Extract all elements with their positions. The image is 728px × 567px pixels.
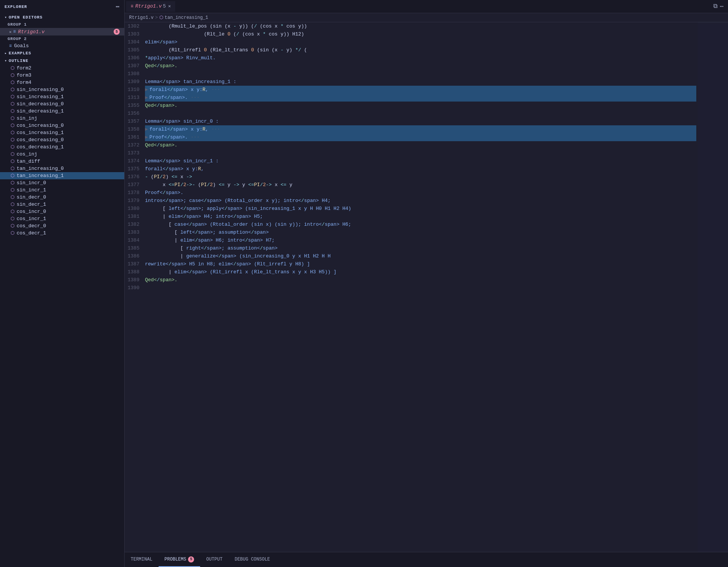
breadcrumb-symbol[interactable]: tan_increasing_1 bbox=[165, 15, 208, 20]
code-line-1307: Qed</span>. bbox=[145, 62, 696, 70]
bottom-tab-debug-console[interactable]: DEBUG CONSOLE bbox=[228, 552, 276, 567]
outline-item-cos_decreasing_1[interactable]: ⬡cos_decreasing_1 bbox=[0, 143, 124, 151]
code-line-1389: Qed</span>. bbox=[145, 276, 696, 284]
file-icon: ≡ bbox=[13, 29, 16, 34]
goals-icon: ≡ bbox=[9, 43, 12, 49]
code-line-1386: | generalize</span> (sin_increasing_0 y … bbox=[145, 252, 696, 260]
tab-rtrigo1[interactable]: ≡ Rtrigo1.v 5 ✕ bbox=[126, 1, 175, 12]
line-number-1358: 1358 bbox=[128, 125, 140, 133]
line-number-1379: 1379 bbox=[128, 197, 140, 205]
outline-item-sin_incr_0[interactable]: ⬡sin_incr_0 bbox=[0, 179, 124, 186]
section-examples[interactable]: ▸ EXAMPLES bbox=[0, 49, 124, 57]
outline-item-sin_decr_0[interactable]: ⬡sin_decr_0 bbox=[0, 194, 124, 201]
line-number-1310: 1310 bbox=[128, 86, 140, 94]
line-numbers: 1302130313041305130613071308130913101313… bbox=[125, 22, 143, 552]
bottom-tab-terminal[interactable]: TERMINAL bbox=[125, 552, 159, 567]
line-number-1383: 1383 bbox=[128, 228, 140, 236]
outline-item-sin_decreasing_0[interactable]: ⬡sin_decreasing_0 bbox=[0, 100, 124, 108]
breadcrumb: Rtrigo1.v > ⬡ tan_increasing_1 bbox=[125, 13, 728, 22]
outline-item-cos_incr_0[interactable]: ⬡cos_incr_0 bbox=[0, 208, 124, 215]
cube-icon: ⬡ bbox=[11, 223, 14, 229]
code-line-1375: forall</span> x y:R, bbox=[145, 165, 696, 173]
outline-item-sin_incr_1[interactable]: ⬡sin_incr_1 bbox=[0, 186, 124, 194]
outline-item-cos_decr_1[interactable]: ⬡cos_decr_1 bbox=[0, 230, 124, 237]
cube-icon: ⬡ bbox=[11, 144, 14, 150]
sidebar-header-icons[interactable]: ⋯ bbox=[116, 3, 120, 11]
cube-icon: ⬡ bbox=[11, 180, 14, 186]
line-number-1361: 1361 bbox=[128, 133, 140, 141]
tab-close-icon[interactable]: ✕ bbox=[168, 3, 171, 9]
line-number-1386: 1386 bbox=[128, 252, 140, 260]
line-number-1388: 1388 bbox=[128, 268, 140, 276]
outline-item-tan_diff[interactable]: ⬡tan_diff bbox=[0, 158, 124, 165]
more-icon[interactable]: ⋯ bbox=[116, 3, 120, 11]
cube-icon: ⬡ bbox=[11, 159, 14, 164]
section-open-editors[interactable]: ▾ OPEN EDITORS bbox=[0, 14, 124, 21]
outline-item-sin_increasing_1[interactable]: ⬡sin_increasing_1 bbox=[0, 93, 124, 100]
cube-icon: ⬡ bbox=[11, 216, 14, 222]
section-outline[interactable]: ▾ OUTLINE bbox=[0, 57, 124, 65]
line-number-1384: 1384 bbox=[128, 236, 140, 244]
line-number-1385: 1385 bbox=[128, 244, 140, 252]
line-number-1307: 1307 bbox=[128, 62, 140, 70]
line-number-1303: 1303 bbox=[128, 30, 140, 38]
cube-icon: ⬡ bbox=[11, 130, 14, 136]
outline-item-cos_increasing_1[interactable]: ⬡cos_increasing_1 bbox=[0, 129, 124, 136]
code-line-1302: (Rmult_le_pos (sin (x - y)) (/ (cos x * … bbox=[145, 22, 696, 30]
bottom-tabs: TERMINALPROBLEMS5OUTPUTDEBUG CONSOLE bbox=[125, 552, 276, 567]
outline-item-sin_inj[interactable]: ⬡sin_inj bbox=[0, 115, 124, 122]
close-icon[interactable]: ✕ bbox=[9, 29, 12, 34]
group1-header: GROUP 1 bbox=[0, 21, 124, 28]
fold-arrow-icon[interactable]: ▶ bbox=[145, 94, 148, 102]
line-number-1313: 1313 bbox=[128, 94, 140, 102]
outline-item-sin_decr_1[interactable]: ⬡sin_decr_1 bbox=[0, 201, 124, 208]
outline-item-cos_decreasing_0[interactable]: ⬡cos_decreasing_0 bbox=[0, 136, 124, 143]
breadcrumb-sep1: > bbox=[155, 15, 158, 20]
outline-item-tan_increasing_1[interactable]: ⬡tan_increasing_1 bbox=[0, 172, 124, 179]
file-item-rtrigo1[interactable]: ✕ ≡ Rtrigo1.v 5 bbox=[0, 28, 124, 35]
minimap bbox=[698, 22, 728, 552]
outline-item-cos_decr_0[interactable]: ⬡cos_decr_0 bbox=[0, 222, 124, 230]
fold-arrow-icon[interactable]: ▶ bbox=[145, 125, 148, 133]
bottom-tab-problems[interactable]: PROBLEMS5 bbox=[159, 552, 201, 567]
line-number-1309: 1309 bbox=[128, 78, 140, 86]
line-number-1302: 1302 bbox=[128, 22, 140, 30]
bottom-panel: TERMINALPROBLEMS5OUTPUTDEBUG CONSOLE bbox=[125, 552, 728, 567]
tab-file-icon: ≡ bbox=[131, 4, 133, 9]
cube-icon: ⬡ bbox=[11, 137, 14, 143]
editor-scroll[interactable]: 1302130313041305130613071308130913101313… bbox=[125, 22, 698, 552]
split-editor-icon[interactable]: ⧉ bbox=[713, 3, 717, 10]
outline-item-form4[interactable]: ⬡form4 bbox=[0, 79, 124, 86]
outline-item-sin_decreasing_1[interactable]: ⬡sin_decreasing_1 bbox=[0, 108, 124, 115]
outline-item-cos_incr_1[interactable]: ⬡cos_incr_1 bbox=[0, 215, 124, 222]
code-line-1382: [ case</span> (Rtotal_order (sin x) (sin… bbox=[145, 220, 696, 228]
code-line-1313: ▶ Proof</span>. ··· bbox=[145, 94, 696, 102]
tab-title: Rtrigo1.v bbox=[135, 3, 162, 9]
cube-icon: ⬡ bbox=[11, 116, 14, 121]
bottom-tab-output[interactable]: OUTPUT bbox=[200, 552, 228, 567]
goals-name: Goals bbox=[14, 43, 29, 49]
cube-icon: ⬡ bbox=[11, 80, 14, 85]
line-number-1356: 1356 bbox=[128, 109, 140, 117]
outline-item-cos_increasing_0[interactable]: ⬡cos_increasing_0 bbox=[0, 122, 124, 129]
fold-arrow-icon[interactable]: ▶ bbox=[145, 133, 148, 141]
outline-item-sin_increasing_0[interactable]: ⬡sin_increasing_0 bbox=[0, 86, 124, 93]
main-editor: ≡ Rtrigo1.v 5 ✕ ⧉ ⋯ Rtrigo1.v > ⬡ tan_in… bbox=[125, 0, 728, 567]
line-number-1381: 1381 bbox=[128, 213, 140, 220]
code-line-1384: | elim</span> H6; intro</span> H7; bbox=[145, 236, 696, 244]
sidebar: EXPLORER ⋯ ▾ OPEN EDITORS GROUP 1 ✕ ≡ Rt… bbox=[0, 0, 125, 567]
outline-item-tan_increasing_0[interactable]: ⬡tan_increasing_0 bbox=[0, 165, 124, 172]
cube-icon: ⬡ bbox=[11, 194, 14, 200]
arrow-right-icon: ▸ bbox=[5, 51, 7, 55]
file-item-goals[interactable]: ≡ Goals bbox=[0, 42, 124, 49]
line-number-1357: 1357 bbox=[128, 117, 140, 125]
more-actions-icon[interactable]: ⋯ bbox=[720, 3, 723, 10]
fold-arrow-icon[interactable]: ▶ bbox=[145, 86, 148, 94]
outline-item-form2[interactable]: ⬡form2 bbox=[0, 65, 124, 72]
outline-item-cos_inj[interactable]: ⬡cos_inj bbox=[0, 151, 124, 158]
tab-actions[interactable]: ⧉ ⋯ bbox=[713, 3, 726, 10]
code-lines: (Rmult_le_pos (sin (x - y)) (/ (cos x * … bbox=[143, 22, 698, 552]
breadcrumb-file[interactable]: Rtrigo1.v bbox=[129, 15, 154, 20]
group2-header: GROUP 2 bbox=[0, 35, 124, 42]
outline-item-form3[interactable]: ⬡form3 bbox=[0, 72, 124, 79]
